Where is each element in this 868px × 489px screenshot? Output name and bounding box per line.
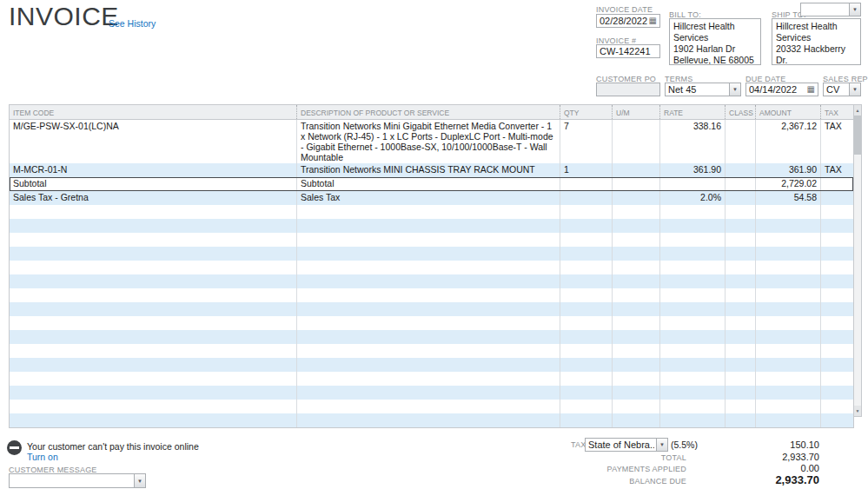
- balance-due-label: BALANCE DUE: [521, 477, 686, 486]
- tax-amount: 150.10: [698, 439, 819, 450]
- cell-class[interactable]: [725, 120, 755, 163]
- cell-amount[interactable]: 2,367.12: [755, 120, 820, 163]
- cell-rate[interactable]: 338.16: [659, 120, 725, 163]
- scrollbar-track[interactable]: [854, 155, 861, 406]
- table-row-empty[interactable]: [10, 344, 853, 358]
- cell-amount[interactable]: 361.90: [755, 163, 820, 177]
- turn-on-link[interactable]: Turn on: [27, 452, 58, 462]
- cell-um[interactable]: [612, 120, 659, 163]
- table-row[interactable]: M/GE-PSW-SX-01(LC)NA Transition Networks…: [10, 120, 853, 163]
- cell-um[interactable]: [612, 177, 659, 191]
- table-header: ITEM CODE DESCRIPTION OF PRODUCT OR SERV…: [10, 105, 853, 120]
- table-row-empty[interactable]: [10, 288, 853, 302]
- payments-applied-value: 0.00: [698, 463, 819, 473]
- table-row-empty[interactable]: [10, 274, 853, 288]
- invoice-number-field[interactable]: CW-142241: [596, 44, 660, 58]
- cell-description[interactable]: Sales Tax: [296, 191, 560, 205]
- cell-description[interactable]: Subtotal: [296, 177, 560, 191]
- table-row-empty[interactable]: [10, 247, 853, 261]
- scroll-up-icon[interactable]: ▲: [854, 105, 861, 116]
- cell-um[interactable]: [612, 191, 659, 205]
- cell-class[interactable]: [725, 177, 755, 191]
- cell-class[interactable]: [725, 163, 755, 177]
- page-title: INVOICE: [9, 2, 119, 31]
- cell-qty[interactable]: [560, 177, 612, 191]
- cell-um[interactable]: [612, 163, 659, 177]
- table-row[interactable]: M-MCR-01-N Transition Networks MINI CHAS…: [10, 163, 853, 177]
- chevron-down-icon[interactable]: ▼: [729, 83, 740, 96]
- terms-selector[interactable]: Net 45 ▼: [665, 83, 741, 96]
- table-row-empty[interactable]: [10, 233, 853, 247]
- cell-tax[interactable]: TAX: [820, 163, 853, 177]
- cell-tax[interactable]: [820, 191, 853, 205]
- col-item-code: ITEM CODE: [10, 105, 296, 119]
- calendar-icon[interactable]: ▦: [649, 17, 657, 25]
- cell-qty[interactable]: [560, 191, 612, 205]
- cell-description[interactable]: Transition Networks Mini Gigabit Etherne…: [296, 120, 560, 163]
- scroll-down-icon[interactable]: ▼: [854, 406, 861, 416]
- table-row-empty[interactable]: [10, 358, 853, 372]
- online-payment-disabled-icon: [7, 440, 22, 455]
- col-tax: TAX: [820, 105, 853, 119]
- chevron-down-icon[interactable]: ▼: [656, 439, 667, 451]
- table-row-empty[interactable]: [10, 205, 853, 219]
- cell-item-code[interactable]: M/GE-PSW-SX-01(LC)NA: [10, 120, 296, 163]
- cell-item-code[interactable]: Sales Tax - Gretna: [10, 191, 296, 205]
- cell-class[interactable]: [725, 191, 755, 205]
- table-row-empty[interactable]: [10, 219, 853, 233]
- total-label: TOTAL: [521, 453, 686, 462]
- chevron-down-icon[interactable]: ▼: [849, 3, 860, 16]
- customer-message-selector[interactable]: ▼: [9, 473, 146, 488]
- total-value: 2,933.70: [698, 452, 819, 462]
- col-um: U/M: [612, 105, 659, 119]
- chevron-down-icon[interactable]: ▼: [134, 474, 145, 487]
- tax-rate: (5.5%): [671, 439, 698, 450]
- cell-amount[interactable]: 2,729.02: [755, 177, 820, 191]
- sales-rep-selector[interactable]: CV ▼: [823, 83, 861, 96]
- table-row-empty[interactable]: [10, 386, 853, 400]
- payments-applied-label: PAYMENTS APPLIED: [521, 465, 686, 473]
- customer-po-field[interactable]: [596, 83, 660, 96]
- cell-rate[interactable]: [659, 177, 725, 191]
- line-items-table: ITEM CODE DESCRIPTION OF PRODUCT OR SERV…: [9, 104, 854, 428]
- cell-amount[interactable]: 54.58: [755, 191, 820, 205]
- balance-due-value: 2,933.70: [698, 473, 819, 486]
- table-row-empty[interactable]: [10, 316, 853, 330]
- cell-item-code[interactable]: M-MCR-01-N: [10, 163, 296, 177]
- cell-tax[interactable]: TAX: [820, 120, 853, 163]
- bill-to-address[interactable]: Hillcrest Health Services 1902 Harlan Dr…: [669, 18, 761, 65]
- tax-selector[interactable]: State of Nebra... ▼: [585, 438, 668, 452]
- online-payment-notice: Your customer can't pay this invoice onl…: [27, 441, 199, 452]
- chevron-down-icon[interactable]: ▼: [849, 83, 860, 96]
- table-row-empty[interactable]: [10, 372, 853, 386]
- table-row-empty[interactable]: [10, 330, 853, 344]
- invoice-page: INVOICE See History INVOICE DATE 02/28/2…: [0, 0, 868, 489]
- ship-to-address[interactable]: Hillcrest Health Services 20332 Hackberr…: [772, 18, 861, 65]
- cell-rate[interactable]: 2.0%: [659, 191, 725, 205]
- invoice-date-field[interactable]: 02/28/2022 ▦: [596, 14, 660, 28]
- cell-rate[interactable]: 361.90: [659, 163, 725, 177]
- cell-qty[interactable]: 1: [560, 163, 612, 177]
- cell-item-code[interactable]: Subtotal: [10, 177, 296, 191]
- table-row-subtotal[interactable]: Subtotal Subtotal 2,729.02: [10, 177, 853, 191]
- due-date-field[interactable]: 04/14/2022 ▦: [745, 83, 818, 96]
- cell-qty[interactable]: 7: [560, 120, 612, 163]
- col-class: CLASS: [725, 105, 755, 119]
- col-amount: AMOUNT: [755, 105, 820, 119]
- cell-description[interactable]: Transition Networks MINI CHASSIS TRAY RA…: [296, 163, 560, 177]
- see-history-link[interactable]: See History: [109, 18, 156, 29]
- invoice-date-label: INVOICE DATE: [596, 5, 653, 14]
- col-qty: QTY: [560, 105, 612, 119]
- col-rate: RATE: [659, 105, 725, 119]
- scrollbar-thumb[interactable]: [854, 116, 861, 155]
- table-row-sales-tax[interactable]: Sales Tax - Gretna Sales Tax 2.0% 54.58: [10, 191, 853, 205]
- table-body: M/GE-PSW-SX-01(LC)NA Transition Networks…: [10, 120, 853, 427]
- ship-to-selector[interactable]: ▼: [800, 3, 861, 17]
- table-row-empty[interactable]: [10, 302, 853, 316]
- table-row-empty[interactable]: [10, 400, 853, 413]
- table-row-empty[interactable]: [10, 413, 853, 427]
- table-row-empty[interactable]: [10, 261, 853, 274]
- cell-tax[interactable]: [820, 177, 853, 191]
- calendar-icon[interactable]: ▦: [807, 85, 815, 94]
- table-scrollbar[interactable]: ▲ ▼: [854, 104, 862, 417]
